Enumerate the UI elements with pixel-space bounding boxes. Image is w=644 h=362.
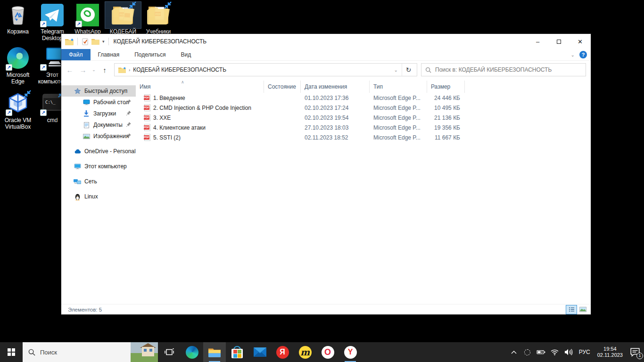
desktop-icon-virtualbox[interactable]: ↗ Oracle VM VirtualBox bbox=[0, 90, 36, 130]
taskbar-m-app-button[interactable]: m bbox=[294, 342, 316, 362]
forward-button[interactable]: → bbox=[77, 64, 89, 75]
file-row[interactable]: PDF 4. Клиентские атаки 27.10.2023 18:03… bbox=[136, 123, 591, 132]
quick-access-star-icon bbox=[74, 87, 81, 95]
back-button[interactable]: ← bbox=[64, 64, 75, 75]
meet-now-icon[interactable] bbox=[522, 347, 533, 357]
taskbar-edge-button[interactable] bbox=[181, 342, 203, 362]
address-bar[interactable]: › КОДЕБАЙ КИБЕРБЕЗОПАСНОСТЬ ⌄ ↻ bbox=[114, 63, 417, 76]
file-row[interactable]: PDF 1. Введение 01.10.2023 17:36 Microso… bbox=[136, 93, 591, 103]
taskbar-search-box[interactable] bbox=[23, 342, 158, 362]
status-bar: Элементов: 5 bbox=[61, 304, 591, 314]
sidebar-item-label: Быстрый доступ bbox=[84, 88, 127, 94]
divider bbox=[77, 38, 78, 45]
help-button[interactable]: ? bbox=[579, 51, 587, 58]
language-indicator[interactable]: РУС bbox=[577, 349, 592, 355]
task-view-button[interactable] bbox=[158, 342, 181, 362]
linux-penguin-icon bbox=[74, 193, 81, 200]
taskbar-search-input[interactable] bbox=[40, 349, 111, 356]
sidebar-item-pictures[interactable]: Изображения bbox=[61, 131, 136, 142]
sidebar-item-network[interactable]: Сеть bbox=[61, 176, 136, 187]
file-row[interactable]: PDF 2. CMD Injection & PHP Code Injectio… bbox=[136, 103, 591, 113]
file-type: Microsoft Edge P... bbox=[370, 95, 427, 101]
sidebar-item-label: Документы bbox=[93, 122, 123, 128]
sidebar-item-onedrive[interactable]: OneDrive - Personal bbox=[61, 146, 136, 157]
details-view-button[interactable] bbox=[566, 305, 577, 314]
desktop-icon-edge[interactable]: ↗ Microsoft Edge bbox=[0, 45, 36, 85]
pdf-file-icon: PDF bbox=[144, 124, 150, 131]
column-header-type[interactable]: Тип bbox=[370, 81, 427, 93]
sidebar-item-linux[interactable]: Linux bbox=[61, 191, 136, 202]
taskbar-yandex-button[interactable]: Я bbox=[271, 342, 294, 362]
pdf-file-icon: PDF bbox=[144, 104, 150, 111]
volume-icon[interactable] bbox=[563, 347, 574, 357]
sidebar-item-desktop[interactable]: Рабочий стол bbox=[61, 97, 136, 108]
thumbnails-view-button[interactable] bbox=[578, 305, 588, 314]
column-header-size[interactable]: Размер bbox=[427, 81, 465, 93]
breadcrumb-separator: › bbox=[129, 67, 130, 73]
start-button[interactable] bbox=[0, 342, 23, 362]
tab-share[interactable]: Поделиться bbox=[127, 49, 173, 60]
column-header-modified[interactable]: Дата изменения bbox=[301, 81, 370, 93]
search-input[interactable] bbox=[435, 66, 582, 73]
desktop-icon-recycle-bin[interactable]: Корзина bbox=[0, 2, 36, 35]
taskbar-opera-button[interactable]: O bbox=[316, 342, 339, 362]
search-highlight-image[interactable] bbox=[131, 342, 158, 362]
tab-file[interactable]: Файл bbox=[61, 49, 91, 60]
search-box[interactable] bbox=[421, 63, 586, 76]
file-type: Microsoft Edge P... bbox=[370, 115, 427, 121]
file-row[interactable]: PDF 5. SSTI (2) 02.11.2023 18:52 Microso… bbox=[136, 132, 591, 142]
action-center-button[interactable]: 1 bbox=[628, 346, 642, 358]
file-type: Microsoft Edge P... bbox=[370, 124, 427, 131]
taskbar-explorer-button[interactable] bbox=[203, 342, 226, 362]
taskbar-store-button[interactable] bbox=[226, 342, 248, 362]
qat-customize-dropdown[interactable]: ▾ bbox=[102, 39, 105, 44]
column-headers: ∧ Имя Состояние Дата изменения Тип Разме… bbox=[136, 81, 591, 93]
search-icon bbox=[28, 349, 35, 356]
qat-new-folder-button[interactable] bbox=[91, 38, 99, 45]
breadcrumb-current-folder[interactable]: КОДЕБАЙ КИБЕРБЕЗОПАСНОСТЬ bbox=[133, 66, 226, 73]
file-row[interactable]: PDF 3. XXE 02.10.2023 19:54 Microsoft Ed… bbox=[136, 113, 591, 123]
clock[interactable]: 19:54 02.11.2023 bbox=[595, 346, 625, 358]
wifi-icon[interactable] bbox=[550, 347, 560, 357]
compressed-overlay-icon bbox=[163, 1, 172, 10]
minimize-button[interactable]: – bbox=[527, 34, 548, 49]
sidebar-item-downloads[interactable]: Загрузки bbox=[61, 108, 136, 119]
navigation-pane: Быстрый доступ Рабочий стол bbox=[61, 79, 136, 304]
title-bar[interactable]: ▾ КОДЕБАЙ КИБЕРБЕЗОПАСНОСТЬ – ✕ bbox=[61, 34, 591, 49]
qat-properties-button[interactable] bbox=[82, 38, 89, 45]
network-icon bbox=[74, 178, 81, 185]
tab-view[interactable]: Вид bbox=[173, 49, 198, 60]
pdf-file-icon: PDF bbox=[144, 134, 150, 141]
battery-icon[interactable] bbox=[536, 347, 546, 357]
file-list-pane: ∧ Имя Состояние Дата изменения Тип Разме… bbox=[136, 79, 591, 304]
yandex-browser-icon: Y bbox=[344, 346, 357, 359]
sidebar-item-quick-access[interactable]: Быстрый доступ bbox=[61, 85, 136, 97]
whatsapp-icon: ↗ bbox=[76, 4, 99, 26]
recent-locations-chevron[interactable]: ⌄ bbox=[91, 64, 97, 75]
shortcut-arrow-overlay: ↗ bbox=[40, 109, 47, 116]
refresh-button[interactable]: ↻ bbox=[402, 64, 415, 76]
file-modified: 02.10.2023 17:24 bbox=[301, 105, 370, 111]
taskbar-yandex-browser-button[interactable]: Y bbox=[339, 342, 362, 362]
close-button[interactable]: ✕ bbox=[570, 34, 591, 49]
file-size: 10 495 КБ bbox=[427, 105, 465, 111]
tab-home[interactable]: Главная bbox=[91, 49, 127, 60]
address-dropdown-chevron[interactable]: ⌄ bbox=[390, 67, 402, 73]
desktop-icon-label: Oracle VM VirtualBox bbox=[0, 117, 36, 130]
sidebar-item-documents[interactable]: Документы bbox=[61, 119, 136, 131]
desktop-icon-kodebay-folder[interactable]: PDF КОДЕБАЙ bbox=[105, 2, 141, 35]
column-header-status[interactable]: Состояние bbox=[264, 81, 301, 93]
maximize-button[interactable] bbox=[548, 34, 570, 49]
hidden-icons-chevron[interactable] bbox=[509, 347, 519, 357]
items-count: Элементов: 5 bbox=[68, 307, 102, 313]
column-header-name[interactable]: Имя bbox=[136, 81, 264, 93]
desktop-icon-uchebniki-folder[interactable]: PDF Учебники bbox=[140, 2, 176, 35]
sidebar-item-this-pc[interactable]: Этот компьютер bbox=[61, 161, 136, 172]
telegram-icon: ↗ bbox=[41, 4, 64, 26]
desktop-icon-whatsapp[interactable]: ↗ WhatsApp bbox=[70, 2, 106, 35]
desktop-icon-label: Корзина bbox=[0, 28, 36, 35]
up-button[interactable]: ↑ bbox=[99, 64, 110, 75]
compressed-overlay-icon bbox=[128, 1, 136, 10]
taskbar-mail-button[interactable] bbox=[248, 342, 271, 362]
ribbon-collapse-chevron-icon[interactable]: ⌄ bbox=[571, 52, 575, 58]
